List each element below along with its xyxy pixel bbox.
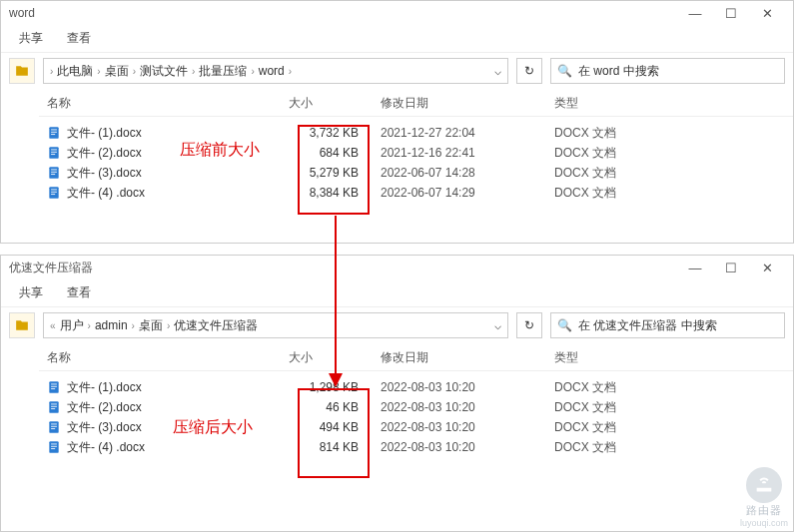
maximize-button[interactable]: ☐: [713, 261, 749, 275]
svg-rect-3: [51, 134, 55, 135]
crumb[interactable]: 桌面: [105, 63, 129, 80]
svg-rect-21: [51, 404, 57, 405]
file-name: 文件- (1).docx: [67, 379, 142, 396]
file-list-area: 名称 大小 修改日期 类型 文件- (1).docx3,732 KB2021-1…: [1, 89, 793, 243]
svg-rect-30: [51, 446, 57, 447]
svg-rect-10: [51, 172, 57, 173]
chevron-down-icon[interactable]: ⌵: [494, 318, 501, 332]
crumb[interactable]: admin: [95, 318, 128, 332]
close-button[interactable]: ✕: [749, 261, 785, 275]
file-size: 494 KB: [289, 420, 367, 434]
file-size: 8,384 KB: [289, 186, 367, 200]
file-size: 814 KB: [289, 440, 367, 454]
file-type: DOCX 文档: [506, 399, 626, 416]
crumb[interactable]: 批量压缩: [199, 63, 247, 80]
refresh-button[interactable]: ↻: [516, 312, 542, 338]
watermark: 路由器 luyouqi.com: [740, 467, 788, 528]
file-row[interactable]: 文件- (3).docx494 KB2022-08-03 10:20DOCX 文…: [39, 417, 793, 437]
crumb[interactable]: 桌面: [139, 317, 163, 334]
header-date[interactable]: 修改日期: [367, 349, 506, 366]
file-date: 2022-06-07 14:29: [367, 186, 506, 200]
chevron-right-icon: ›: [88, 320, 91, 331]
svg-rect-29: [51, 444, 57, 445]
file-row[interactable]: 文件- (1).docx3,732 KB2021-12-27 22:04DOCX…: [39, 123, 793, 143]
docx-icon: [47, 166, 61, 180]
chevron-right-icon: ›: [132, 320, 135, 331]
address-row: « 用户 › admin › 桌面 › 优速文件压缩器 ⌵ ↻ 🔍 在 优速文件…: [1, 307, 793, 343]
close-button[interactable]: ✕: [749, 6, 785, 21]
header-name[interactable]: 名称: [39, 95, 289, 112]
svg-rect-13: [51, 190, 57, 191]
file-size: 5,279 KB: [289, 166, 367, 180]
file-row[interactable]: 文件- (2).docx684 KB2021-12-16 22:41DOCX 文…: [39, 143, 793, 163]
svg-rect-6: [51, 152, 57, 153]
minimize-button[interactable]: —: [677, 6, 713, 21]
svg-rect-15: [51, 194, 55, 195]
search-placeholder: 在 word 中搜索: [578, 63, 659, 80]
file-date: 2021-12-27 22:04: [367, 126, 506, 140]
file-row[interactable]: 文件- (2).docx46 KB2022-08-03 10:20DOCX 文档: [39, 397, 793, 417]
chevron-right-icon: ›: [97, 66, 100, 77]
file-type: DOCX 文档: [506, 125, 626, 142]
crumb[interactable]: 用户: [60, 317, 84, 334]
minimize-button[interactable]: —: [677, 261, 713, 275]
search-input[interactable]: 🔍 在 word 中搜索: [550, 58, 785, 84]
maximize-button[interactable]: ☐: [713, 6, 749, 21]
file-type: DOCX 文档: [506, 165, 626, 182]
file-date: 2021-12-16 22:41: [367, 146, 506, 160]
header-type[interactable]: 类型: [506, 95, 626, 112]
chevron-right-icon: ›: [50, 66, 53, 77]
file-name: 文件- (2).docx: [67, 145, 142, 162]
search-input[interactable]: 🔍 在 优速文件压缩器 中搜索: [550, 312, 785, 338]
crumb[interactable]: 此电脑: [57, 63, 93, 80]
header-name[interactable]: 名称: [39, 349, 289, 366]
file-row[interactable]: 文件- (4) .docx814 KB2022-08-03 10:20DOCX …: [39, 437, 793, 457]
svg-rect-0: [49, 127, 58, 139]
svg-rect-19: [51, 388, 55, 389]
tab-share[interactable]: 共享: [19, 284, 43, 301]
header-size[interactable]: 大小: [289, 95, 367, 112]
refresh-button[interactable]: ↻: [516, 58, 542, 84]
crumb[interactable]: 优速文件压缩器: [174, 317, 258, 334]
up-folder-button[interactable]: [9, 312, 35, 338]
crumb[interactable]: 测试文件: [140, 63, 188, 80]
svg-rect-12: [49, 187, 58, 199]
header-size[interactable]: 大小: [289, 349, 367, 366]
window-title: 优速文件压缩器: [9, 260, 677, 276]
crumb[interactable]: word: [259, 64, 285, 78]
explorer-window-after: 优速文件压缩器 — ☐ ✕ 共享 查看 « 用户 › admin › 桌面 › …: [0, 255, 794, 532]
svg-rect-22: [51, 406, 57, 407]
breadcrumb[interactable]: « 用户 › admin › 桌面 › 优速文件压缩器 ⌵: [43, 312, 508, 338]
file-row[interactable]: 文件- (3).docx5,279 KB2022-06-07 14:28DOCX…: [39, 163, 793, 183]
tab-view[interactable]: 查看: [67, 30, 91, 47]
file-date: 2022-06-07 14:28: [367, 166, 506, 180]
header-type[interactable]: 类型: [506, 349, 626, 366]
svg-rect-17: [51, 384, 57, 385]
file-size: 3,732 KB: [289, 126, 367, 140]
file-name: 文件- (4) .docx: [67, 185, 145, 202]
docx-icon: [47, 126, 61, 140]
chevron-down-icon[interactable]: ⌵: [494, 64, 501, 78]
file-row[interactable]: 文件- (4) .docx8,384 KB2022-06-07 14:29DOC…: [39, 183, 793, 203]
svg-rect-2: [51, 132, 57, 133]
header-date[interactable]: 修改日期: [367, 95, 506, 112]
ribbon-tabs: 共享 查看: [1, 25, 793, 53]
svg-rect-25: [51, 424, 57, 425]
file-type: DOCX 文档: [506, 185, 626, 202]
watermark-domain: luyouqi.com: [740, 518, 788, 528]
file-row[interactable]: 文件- (1).docx1,298 KB2022-08-03 10:20DOCX…: [39, 377, 793, 397]
column-headers: 名称 大小 修改日期 类型: [39, 95, 793, 117]
search-icon: 🔍: [557, 64, 572, 78]
chevron-left-icon: «: [50, 320, 56, 331]
tab-view[interactable]: 查看: [67, 284, 91, 301]
watermark-brand: 路由器: [746, 503, 782, 518]
breadcrumb[interactable]: › 此电脑 › 桌面 › 测试文件 › 批量压缩 › word › ⌵: [43, 58, 508, 84]
window-title: word: [9, 6, 677, 20]
file-name: 文件- (4) .docx: [67, 439, 145, 456]
svg-rect-5: [51, 150, 57, 151]
svg-rect-31: [51, 448, 55, 449]
tab-share[interactable]: 共享: [19, 30, 43, 47]
up-folder-button[interactable]: [9, 58, 35, 84]
search-icon: 🔍: [557, 318, 572, 332]
file-date: 2022-08-03 10:20: [367, 400, 506, 414]
